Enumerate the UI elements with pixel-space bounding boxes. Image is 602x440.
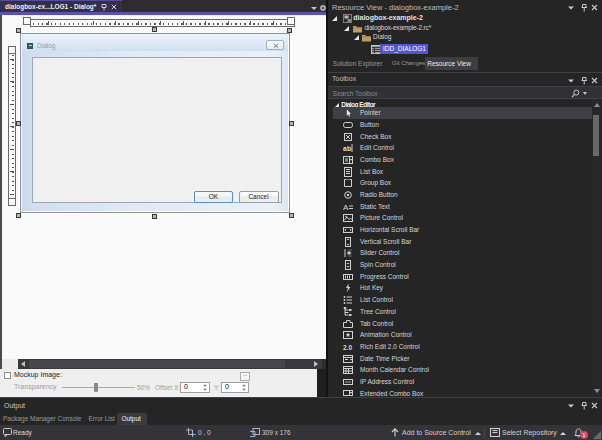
svg-text:A: A bbox=[343, 203, 349, 212]
svg-text:ab: ab bbox=[343, 145, 351, 152]
svg-text:2.0: 2.0 bbox=[343, 343, 352, 350]
